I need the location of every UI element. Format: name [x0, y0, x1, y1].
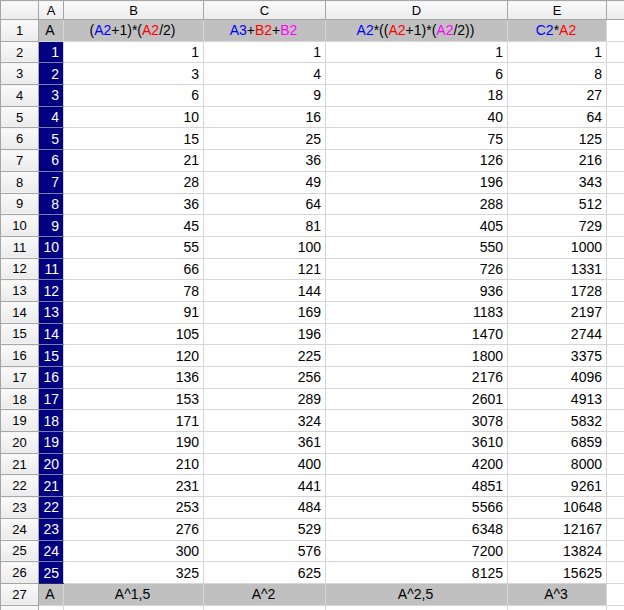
cell-C26[interactable]: 625	[204, 562, 326, 584]
cell-A13[interactable]: 12	[39, 280, 64, 302]
cell-F12[interactable]	[607, 258, 624, 280]
row-header-16[interactable]: 16	[1, 345, 39, 367]
cell-E7[interactable]: 216	[508, 150, 607, 172]
cell-F10[interactable]	[607, 215, 624, 237]
row-header-8[interactable]: 8	[1, 171, 39, 193]
cell-F17[interactable]	[607, 367, 624, 389]
cell-A21[interactable]: 20	[39, 453, 64, 475]
cell-A24[interactable]: 23	[39, 518, 64, 540]
row-header-6[interactable]: 6	[1, 128, 39, 150]
cell-B22[interactable]: 231	[64, 475, 204, 497]
cell-B1[interactable]: (A2+1)*(A2/2)	[64, 20, 204, 42]
row-header-5[interactable]: 5	[1, 106, 39, 128]
cell-F6[interactable]	[607, 128, 624, 150]
cell-B23[interactable]: 253	[64, 497, 204, 519]
cell-D13[interactable]: 936	[326, 280, 508, 302]
cell-D1[interactable]: A2*((A2+1)*(A2/2))	[326, 20, 508, 42]
cell-A9[interactable]: 8	[39, 193, 64, 215]
cell-C19[interactable]: 324	[204, 410, 326, 432]
cell-E15[interactable]: 2744	[508, 323, 607, 345]
cell-B6[interactable]: 15	[64, 128, 204, 150]
cell-A3[interactable]: 2	[39, 63, 64, 85]
cell-F16[interactable]	[607, 345, 624, 367]
cell-F4[interactable]	[607, 85, 624, 107]
cell-F20[interactable]	[607, 432, 624, 454]
cell-E23[interactable]: 10648	[508, 497, 607, 519]
cell-A25[interactable]: 24	[39, 540, 64, 562]
row-header-3[interactable]: 3	[1, 63, 39, 85]
cell-D10[interactable]: 405	[326, 215, 508, 237]
cell-D15[interactable]: 1470	[326, 323, 508, 345]
cell-A5[interactable]: 4	[39, 106, 64, 128]
cell-C20[interactable]: 361	[204, 432, 326, 454]
cell-A28[interactable]	[39, 605, 64, 610]
cell-E5[interactable]: 64	[508, 106, 607, 128]
cell-D6[interactable]: 75	[326, 128, 508, 150]
cell-C18[interactable]: 289	[204, 388, 326, 410]
row-header-22[interactable]: 22	[1, 475, 39, 497]
cell-A17[interactable]: 16	[39, 367, 64, 389]
cell-A22[interactable]: 21	[39, 475, 64, 497]
cell-A10[interactable]: 9	[39, 215, 64, 237]
row-header-25[interactable]: 25	[1, 540, 39, 562]
cell-B18[interactable]: 153	[64, 388, 204, 410]
cell-E14[interactable]: 2197	[508, 301, 607, 323]
cell-B17[interactable]: 136	[64, 367, 204, 389]
row-header-28[interactable]: 28	[1, 605, 39, 610]
cell-B13[interactable]: 78	[64, 280, 204, 302]
cell-B15[interactable]: 105	[64, 323, 204, 345]
cell-C28[interactable]	[204, 605, 326, 610]
cell-C9[interactable]: 64	[204, 193, 326, 215]
cell-F3[interactable]	[607, 63, 624, 85]
row-header-23[interactable]: 23	[1, 497, 39, 519]
row-header-17[interactable]: 17	[1, 367, 39, 389]
row-header-27[interactable]: 27	[1, 583, 39, 605]
cell-B28[interactable]	[64, 605, 204, 610]
cell-A20[interactable]: 19	[39, 432, 64, 454]
cell-D22[interactable]: 4851	[326, 475, 508, 497]
cell-A2[interactable]: 1	[39, 41, 64, 63]
cell-E26[interactable]: 15625	[508, 562, 607, 584]
cell-F28[interactable]	[607, 605, 624, 610]
cell-A14[interactable]: 13	[39, 301, 64, 323]
cell-C12[interactable]: 121	[204, 258, 326, 280]
cell-D14[interactable]: 1183	[326, 301, 508, 323]
cell-E17[interactable]: 4096	[508, 367, 607, 389]
cell-D7[interactable]: 126	[326, 150, 508, 172]
cell-A8[interactable]: 7	[39, 171, 64, 193]
cell-E8[interactable]: 343	[508, 171, 607, 193]
cell-A11[interactable]: 10	[39, 236, 64, 258]
cell-C16[interactable]: 225	[204, 345, 326, 367]
row-header-11[interactable]: 11	[1, 236, 39, 258]
cell-D24[interactable]: 6348	[326, 518, 508, 540]
cell-D16[interactable]: 1800	[326, 345, 508, 367]
cell-F23[interactable]	[607, 497, 624, 519]
cell-B24[interactable]: 276	[64, 518, 204, 540]
row-header-12[interactable]: 12	[1, 258, 39, 280]
cell-D11[interactable]: 550	[326, 236, 508, 258]
cell-B14[interactable]: 91	[64, 301, 204, 323]
cell-F24[interactable]	[607, 518, 624, 540]
cell-D28[interactable]	[326, 605, 508, 610]
cell-A4[interactable]: 3	[39, 85, 64, 107]
cell-D23[interactable]: 5566	[326, 497, 508, 519]
row-header-14[interactable]: 14	[1, 301, 39, 323]
cell-C14[interactable]: 169	[204, 301, 326, 323]
cell-D25[interactable]: 7200	[326, 540, 508, 562]
cell-F22[interactable]	[607, 475, 624, 497]
cell-E16[interactable]: 3375	[508, 345, 607, 367]
cell-A1[interactable]: A	[39, 20, 64, 42]
cell-C3[interactable]: 4	[204, 63, 326, 85]
cell-E11[interactable]: 1000	[508, 236, 607, 258]
cell-F8[interactable]	[607, 171, 624, 193]
column-header-C[interactable]: C	[204, 1, 326, 20]
cell-F18[interactable]	[607, 388, 624, 410]
cell-C15[interactable]: 196	[204, 323, 326, 345]
cell-A27[interactable]: A	[39, 583, 64, 605]
cell-C27[interactable]: A^2	[204, 583, 326, 605]
cell-A18[interactable]: 17	[39, 388, 64, 410]
cell-B26[interactable]: 325	[64, 562, 204, 584]
cell-E28[interactable]	[508, 605, 607, 610]
cell-E6[interactable]: 125	[508, 128, 607, 150]
cell-B5[interactable]: 10	[64, 106, 204, 128]
